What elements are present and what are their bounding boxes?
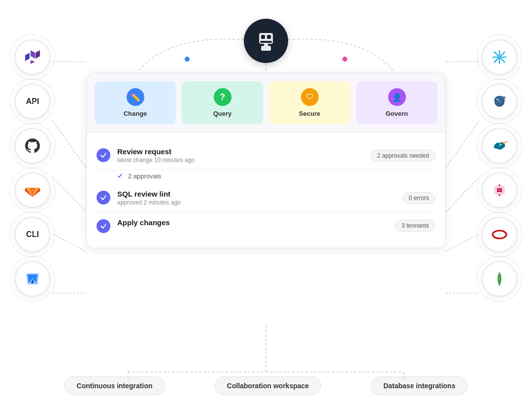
cli-icon[interactable]: CLI — [15, 217, 50, 252]
left-integrations: API CLI — [15, 39, 50, 297]
svg-line-26 — [494, 52, 505, 63]
svg-line-8 — [446, 234, 479, 251]
query-label: Query — [213, 110, 232, 117]
api-icon[interactable]: API — [15, 84, 50, 119]
svg-point-28 — [498, 56, 501, 59]
secure-label: Secure — [299, 110, 320, 117]
svg-line-6 — [446, 121, 479, 168]
query-icon-circle: ? — [214, 88, 232, 106]
svg-rect-38 — [261, 46, 271, 51]
tab-change[interactable]: ✏️ Change — [95, 81, 176, 124]
apply-changes-check — [97, 219, 110, 233]
sql-review-title: SQL review lint — [117, 190, 396, 198]
db-label: Database integrations — [371, 376, 467, 395]
terraform-icon[interactable] — [15, 39, 50, 75]
tabs-row: ✏️ Change ? Query 🛡 Secure 👤 Go — [87, 73, 445, 133]
svg-marker-20 — [35, 50, 40, 59]
review-area: Review request latest change 10 minutes … — [87, 133, 445, 248]
github-icon[interactable] — [15, 128, 50, 164]
bottom-labels: Continuous integration Collaboration wor… — [0, 376, 532, 395]
govern-icon-circle: 👤 — [388, 88, 406, 106]
main-card: ✏️ Change ? Query 🛡 Secure 👤 Go — [86, 73, 446, 248]
tab-query[interactable]: ? Query — [182, 81, 263, 124]
gitlab-icon[interactable] — [15, 172, 50, 208]
govern-label: Govern — [386, 110, 408, 117]
review-request-subtitle: latest change 10 minutes ago — [117, 157, 364, 164]
svg-marker-21 — [25, 53, 30, 61]
svg-point-30 — [497, 99, 499, 101]
svg-marker-22 — [31, 60, 35, 64]
change-icon-circle: ✏️ — [127, 88, 144, 106]
collab-label: Collaboration workspace — [215, 376, 321, 395]
tab-secure[interactable]: 🛡 Secure — [269, 81, 350, 124]
mongodb-icon[interactable] — [482, 261, 517, 297]
bitbucket-icon[interactable] — [15, 261, 50, 297]
review-request-check — [97, 148, 110, 162]
secure-icon-circle: 🛡 — [301, 88, 319, 106]
oracle-icon[interactable] — [482, 217, 517, 252]
sql-review-subtitle: approved 2 minutes ago — [117, 199, 396, 206]
apply-changes-content: Apply changes — [117, 218, 388, 227]
svg-rect-35 — [267, 35, 271, 39]
svg-line-2 — [53, 177, 86, 212]
svg-point-32 — [493, 231, 506, 238]
bytebase-logo — [244, 19, 288, 63]
secure-icon: 🛡 — [306, 93, 314, 101]
approvals-sub-item: ✓ 2 approvals — [97, 170, 435, 184]
ci-label: Continuous integration — [65, 376, 165, 395]
postgresql-icon[interactable] — [482, 84, 517, 119]
api-label: API — [26, 97, 39, 106]
center-area: ✏️ Change ? Query 🛡 Secure 👤 Go — [86, 15, 446, 390]
svg-rect-37 — [264, 44, 268, 46]
approvals-label: 2 approvals — [128, 172, 161, 180]
tab-govern[interactable]: 👤 Govern — [356, 81, 437, 124]
review-request-item: Review request latest change 10 minutes … — [97, 141, 435, 170]
svg-rect-34 — [261, 35, 265, 39]
sql-review-badge: 0 errors — [402, 192, 435, 204]
svg-point-31 — [499, 143, 501, 145]
sql-review-item: SQL review lint approved 2 minutes ago 0… — [97, 184, 435, 212]
svg-line-27 — [494, 52, 505, 63]
svg-line-3 — [53, 234, 86, 251]
svg-line-7 — [446, 177, 479, 212]
approvals-check-icon: ✓ — [117, 172, 123, 180]
svg-marker-19 — [31, 50, 35, 59]
review-request-title: Review request — [117, 147, 364, 156]
sql-review-content: SQL review lint approved 2 minutes ago — [117, 190, 396, 206]
apply-changes-item: Apply changes 3 tennants — [97, 212, 435, 239]
review-request-content: Review request latest change 10 minutes … — [117, 147, 364, 164]
govern-icon: 👤 — [392, 93, 402, 102]
svg-line-1 — [53, 121, 86, 168]
svg-point-29 — [495, 96, 504, 104]
svg-rect-23 — [27, 273, 38, 285]
review-request-badge: 2 approvals needed — [371, 150, 435, 162]
apply-changes-title: Apply changes — [117, 218, 388, 227]
right-integrations — [482, 39, 517, 297]
cli-label: CLI — [26, 230, 39, 239]
mysql-icon[interactable] — [482, 128, 517, 164]
change-label: Change — [124, 110, 147, 117]
snowflake-icon[interactable] — [482, 39, 517, 75]
sql-review-check — [97, 191, 110, 204]
apply-changes-badge: 3 tennants — [395, 220, 435, 232]
change-icon: ✏️ — [131, 93, 140, 102]
redshift-icon[interactable] — [482, 172, 517, 208]
query-icon: ? — [220, 92, 225, 102]
svg-rect-36 — [260, 41, 272, 43]
